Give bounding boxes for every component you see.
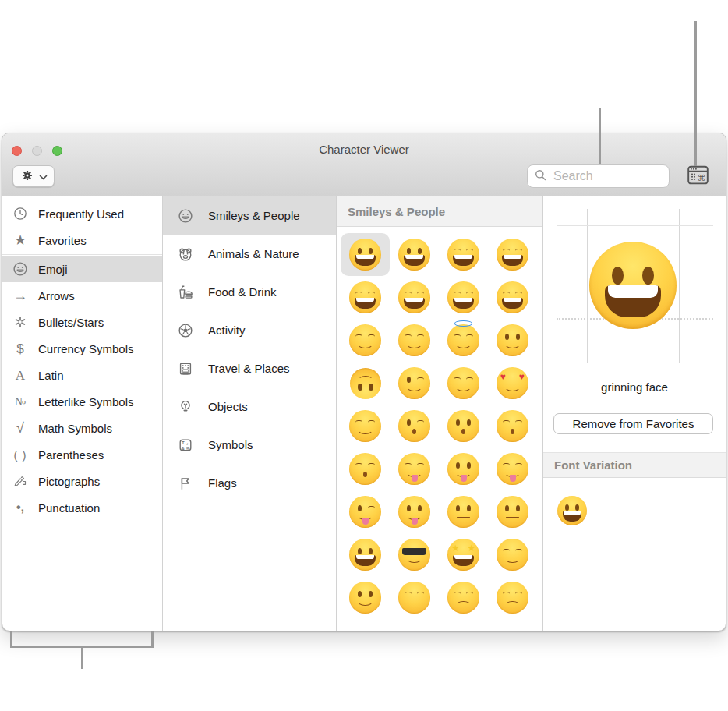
emoji-grid: ♥♥★★	[337, 227, 542, 619]
emoji-cell[interactable]	[488, 576, 537, 619]
sidebar-item-arrows[interactable]: →Arrows	[2, 282, 162, 309]
gear-menu-button[interactable]	[12, 165, 55, 187]
category-list: Smileys & PeopleAnimals & NatureFood & D…	[163, 196, 337, 631]
emoji-cell[interactable]	[439, 233, 488, 276]
emoji-cell[interactable]	[439, 405, 488, 447]
sidebar-item-punctuation[interactable]: •,Punctuation	[2, 494, 162, 521]
emoji-cell[interactable]	[341, 319, 390, 362]
emoji-cell[interactable]	[488, 276, 537, 319]
sidebar-item-latin[interactable]: ALatin	[2, 362, 162, 388]
emoji-cell[interactable]	[439, 276, 488, 319]
sidebar-item-math-symbols[interactable]: √Math Symbols	[2, 415, 162, 441]
emoji-cell[interactable]	[390, 319, 439, 362]
category-item-activity[interactable]: Activity	[163, 311, 336, 349]
sidebar-item-label: Bullets/Stars	[38, 316, 104, 329]
emoji-cell[interactable]	[488, 533, 537, 576]
emoji-face	[447, 453, 480, 486]
emoji-face	[447, 367, 480, 400]
sidebar-item-currency-symbols[interactable]: $Currency Symbols	[2, 335, 162, 362]
emoji-cell[interactable]	[390, 276, 439, 319]
emoji-cell[interactable]	[390, 533, 439, 576]
emoji-face	[349, 324, 382, 357]
emoji-cell[interactable]	[390, 233, 439, 276]
emoji-cell[interactable]	[390, 362, 439, 405]
sidebar-item-favorites[interactable]: ★Favorites	[2, 227, 162, 253]
search-field[interactable]	[527, 164, 670, 188]
emoji-cell[interactable]	[488, 233, 537, 276]
emoji-cell[interactable]	[439, 576, 488, 619]
figure-canvas: Character Viewer ⌘ Frequently Used★Favor…	[0, 0, 728, 711]
emoji-cell[interactable]	[341, 362, 390, 405]
category-item-animals-nature[interactable]: Animals & Nature	[163, 235, 336, 273]
dollar-icon: $	[2, 342, 38, 356]
sidebar-item-label: Currency Symbols	[38, 342, 134, 356]
emoji-face	[497, 582, 529, 614]
category-item-label: Food & Drink	[208, 285, 277, 299]
svg-text:%: %	[186, 445, 190, 450]
emoji-cell[interactable]	[488, 319, 537, 362]
titlebar[interactable]: Character Viewer ⌘	[2, 133, 726, 196]
font-variation-emoji[interactable]	[557, 495, 588, 526]
emoji-cell[interactable]	[439, 362, 488, 405]
emoji-cell[interactable]	[390, 447, 439, 490]
emoji-cell[interactable]: ★★	[439, 533, 488, 576]
search-input[interactable]	[552, 168, 663, 184]
emoji-face	[349, 539, 382, 571]
emoji-cell[interactable]	[341, 490, 390, 533]
emoji-cell[interactable]	[488, 447, 537, 490]
emoji-cell[interactable]	[390, 576, 439, 619]
emoji-cell[interactable]	[390, 490, 439, 533]
window-content: Frequently Used★FavoritesEmoji→ArrowsBul…	[2, 196, 726, 631]
emoji-face	[447, 324, 480, 357]
panel-toggle-button[interactable]: ⌘	[685, 164, 710, 187]
sidebar-item-label: Frequently Used	[38, 207, 124, 221]
emoji-cell[interactable]	[390, 405, 439, 447]
emoji-face	[447, 582, 480, 614]
emoji-face	[349, 239, 382, 271]
callout-bracket-stem	[81, 646, 83, 669]
character-panel-icon: ⌘	[687, 164, 709, 188]
svg-text:♪: ♪	[186, 440, 189, 445]
sidebar-item-emoji[interactable]: Emoji	[2, 256, 162, 282]
sidebar-item-label: Pictographs	[38, 475, 100, 488]
category-item-objects[interactable]: Objects	[163, 387, 336, 426]
sidebar-item-parentheses[interactable]: ( )Parentheses	[2, 441, 162, 468]
emoji-face	[557, 495, 588, 526]
emoji-cell[interactable]	[488, 405, 537, 447]
remove-from-favorites-button[interactable]: Remove from Favorites	[553, 413, 713, 434]
emoji-face	[497, 496, 529, 529]
emoji-cell[interactable]	[341, 233, 390, 276]
category-item-food-drink[interactable]: Food & Drink	[163, 273, 336, 311]
emoji-cell[interactable]	[341, 276, 390, 319]
category-item-smileys-people[interactable]: Smileys & People	[163, 196, 336, 235]
emoji-cell[interactable]	[341, 576, 390, 619]
bear-icon	[163, 246, 208, 263]
category-item-travel-places[interactable]: Travel & Places	[163, 349, 336, 387]
category-item-label: Symbols	[208, 438, 253, 451]
emoji-cell[interactable]: ♥♥	[488, 362, 537, 405]
sidebar-item-pictographs[interactable]: Pictographs	[2, 468, 162, 494]
sidebar-item-bullets-stars[interactable]: Bullets/Stars	[2, 309, 162, 335]
emoji-cell[interactable]	[439, 490, 488, 533]
emoji-face	[349, 582, 382, 614]
emoji-cell[interactable]	[439, 319, 488, 362]
grid-section-header-label: Smileys & People	[348, 205, 445, 218]
emoji-cell[interactable]	[341, 533, 390, 576]
emoji-face	[398, 496, 431, 529]
emoji-cell[interactable]	[488, 490, 537, 533]
emoji-face: ★★	[447, 539, 480, 571]
sidebar-item-frequently-used[interactable]: Frequently Used	[2, 200, 162, 227]
sidebar-item-label: Favorites	[38, 234, 87, 247]
emoji-cell[interactable]	[341, 405, 390, 447]
glyph-guide-bottom	[557, 348, 713, 348]
emoji-cell[interactable]	[341, 447, 390, 490]
sidebar-item-letterlike-symbols[interactable]: №Letterlike Symbols	[2, 388, 162, 415]
glyph-guide-top	[557, 225, 713, 226]
preview-emoji	[588, 240, 678, 331]
category-item-symbols[interactable]: T♪&%Symbols	[163, 426, 336, 464]
star-icon: ★	[2, 233, 38, 247]
emoji-cell[interactable]	[439, 447, 488, 490]
glyph-guide-vertical-right	[679, 209, 680, 363]
radical-icon: √	[2, 421, 38, 435]
category-item-flags[interactable]: Flags	[163, 464, 336, 502]
